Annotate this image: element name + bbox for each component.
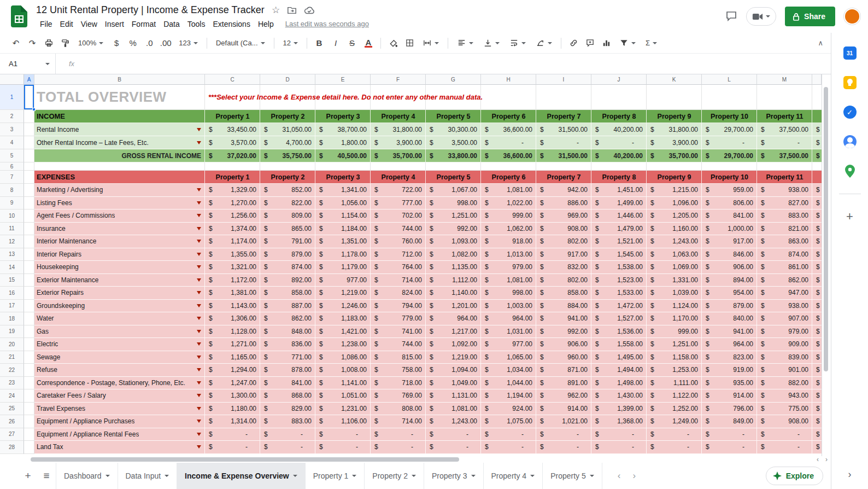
row-label-cell[interactable]: Equipment / Appliance Rental Fees xyxy=(34,428,205,441)
value-cell[interactable]: $1,106.00 xyxy=(315,415,371,428)
value-cell[interactable]: $40,200.00 xyxy=(591,123,647,136)
comment-history-icon[interactable] xyxy=(725,10,737,22)
property-header-11[interactable]: Property 11 xyxy=(757,171,812,184)
dropdown-arrow-icon[interactable] xyxy=(197,128,201,131)
insert-chart-button[interactable] xyxy=(599,36,613,50)
value-cell[interactable]: $30,300.00 xyxy=(426,123,481,136)
value-cell[interactable]: $- xyxy=(260,428,315,441)
row-header-4[interactable]: 4 xyxy=(0,136,24,149)
value-cell[interactable]: $1,062.00 xyxy=(481,223,536,236)
maps-icon[interactable] xyxy=(843,164,857,178)
row-header-24[interactable]: 24 xyxy=(0,389,24,403)
value-cell[interactable]: $891.00 xyxy=(536,377,591,390)
row-label-cell[interactable]: Land Tax xyxy=(34,441,205,454)
value-cell[interactable]: $1,219.00 xyxy=(426,351,481,364)
value-cell[interactable]: $- xyxy=(426,441,481,454)
paint-format-button[interactable] xyxy=(58,36,72,50)
row-label-cell[interactable]: Exterior Maintenance xyxy=(34,274,205,287)
value-cell[interactable]: $841.00 xyxy=(702,209,757,223)
more-formats-button[interactable]: 123 xyxy=(175,36,202,50)
row-label-cell[interactable]: Electric xyxy=(34,338,205,351)
value-cell[interactable]: $1,081.00 xyxy=(481,274,536,287)
cell-A6[interactable] xyxy=(24,162,34,171)
value-cell[interactable]: $1,249.00 xyxy=(647,415,702,428)
horizontal-scrollbar[interactable] xyxy=(0,456,813,463)
property-header-7[interactable]: Property 7 xyxy=(536,110,591,123)
cell-A19[interactable] xyxy=(24,325,34,339)
value-cell[interactable]: $1,067.00 xyxy=(426,184,481,197)
value-cell[interactable]: $1,143.00 xyxy=(205,300,260,313)
value-cell[interactable]: $- xyxy=(481,136,536,149)
value-cell[interactable]: $29,700.00 xyxy=(702,149,757,162)
value-cell[interactable]: $1,158.00 xyxy=(647,351,702,364)
value-cell[interactable]: $1,154.00 xyxy=(315,209,371,223)
cell-A11[interactable] xyxy=(24,223,34,236)
value-cell[interactable]: $36,600.00 xyxy=(481,123,536,136)
row-header-28[interactable]: 28 xyxy=(0,441,24,454)
menu-view[interactable]: View xyxy=(77,19,101,30)
value-cell[interactable]: $33,450.00 xyxy=(205,123,260,136)
explore-button[interactable]: Explore xyxy=(766,467,823,485)
row-label-cell[interactable]: Agent Fees / Commissions xyxy=(34,209,205,223)
value-cell[interactable]: $1,495.00 xyxy=(591,351,647,364)
sheet-title-cell[interactable]: TOTAL OVERVIEW xyxy=(34,85,205,110)
property-header-4[interactable]: Property 4 xyxy=(371,110,426,123)
row-header-15[interactable]: 15 xyxy=(0,274,24,287)
value-cell[interactable]: $1,180.00 xyxy=(205,403,260,416)
menu-extensions[interactable]: Extensions xyxy=(209,19,254,30)
font-size-select[interactable]: 12 xyxy=(279,36,302,50)
property-header-6[interactable]: Property 6 xyxy=(481,110,536,123)
value-cell[interactable]: $1,124.00 xyxy=(647,300,702,313)
horizontal-align-button[interactable] xyxy=(453,36,477,50)
value-cell[interactable]: $882.00 xyxy=(757,377,812,390)
dropdown-arrow-icon[interactable] xyxy=(197,381,201,385)
cell-A1[interactable] xyxy=(24,85,34,110)
menu-tools[interactable]: Tools xyxy=(184,19,209,30)
value-cell[interactable]: $1,128.00 xyxy=(205,325,260,339)
value-cell[interactable]: $- xyxy=(481,428,536,441)
row-label-cell[interactable]: Marketing / Advertising xyxy=(34,184,205,197)
value-cell[interactable]: $977.00 xyxy=(315,274,371,287)
value-cell[interactable]: $1,321.00 xyxy=(205,261,260,274)
move-folder-icon[interactable] xyxy=(287,5,297,15)
value-cell[interactable]: $1,355.00 xyxy=(205,248,260,261)
row-header-19[interactable]: 19 xyxy=(0,325,24,339)
value-cell[interactable]: $1,140.00 xyxy=(426,287,481,300)
value-cell[interactable]: $1,201.00 xyxy=(426,300,481,313)
value-cell[interactable]: $744.00 xyxy=(371,338,426,351)
cell-A4[interactable] xyxy=(24,136,34,149)
value-cell[interactable]: $3,570.00 xyxy=(205,136,260,149)
row-header-18[interactable]: 18 xyxy=(0,312,24,325)
value-cell[interactable]: $- xyxy=(647,428,702,441)
dropdown-arrow-icon[interactable] xyxy=(197,253,201,256)
value-cell[interactable]: $- xyxy=(260,441,315,454)
value-cell[interactable]: $1,081.00 xyxy=(481,184,536,197)
value-cell[interactable]: $744.00 xyxy=(371,223,426,236)
row-header-22[interactable]: 22 xyxy=(0,364,24,377)
star-icon[interactable]: ☆ xyxy=(272,4,280,16)
row-label-cell[interactable]: Refuse xyxy=(34,364,205,377)
tab-property-2[interactable]: Property 2 xyxy=(365,463,424,489)
name-box[interactable]: A1 xyxy=(0,54,56,74)
value-cell[interactable]: $1,523.00 xyxy=(591,274,647,287)
value-cell[interactable]: $836.00 xyxy=(260,338,315,351)
cell-A28[interactable] xyxy=(24,441,34,454)
cell-A27[interactable] xyxy=(24,428,34,441)
scroll-left-icon[interactable]: ‹ xyxy=(813,456,822,463)
value-cell[interactable]: $1,096.00 xyxy=(647,197,702,210)
column-header-C[interactable]: C xyxy=(205,74,260,85)
tab-data-input[interactable]: Data Input xyxy=(118,463,178,489)
value-cell[interactable]: $884.00 xyxy=(536,300,591,313)
value-cell[interactable]: $964.00 xyxy=(481,312,536,325)
value-cell[interactable]: $796.00 xyxy=(702,403,757,416)
get-addons-icon[interactable]: + xyxy=(846,209,853,224)
dropdown-arrow-icon[interactable] xyxy=(197,433,201,436)
value-cell[interactable]: $- xyxy=(371,428,426,441)
value-cell[interactable]: $998.00 xyxy=(426,197,481,210)
value-cell[interactable]: $1,545.00 xyxy=(591,248,647,261)
undo-button[interactable]: ↶ xyxy=(9,36,23,50)
column-header-K[interactable]: K xyxy=(647,74,702,85)
property-header-8[interactable]: Property 8 xyxy=(591,171,647,184)
menu-data[interactable]: Data xyxy=(160,19,184,30)
value-cell[interactable]: $29,700.00 xyxy=(702,123,757,136)
